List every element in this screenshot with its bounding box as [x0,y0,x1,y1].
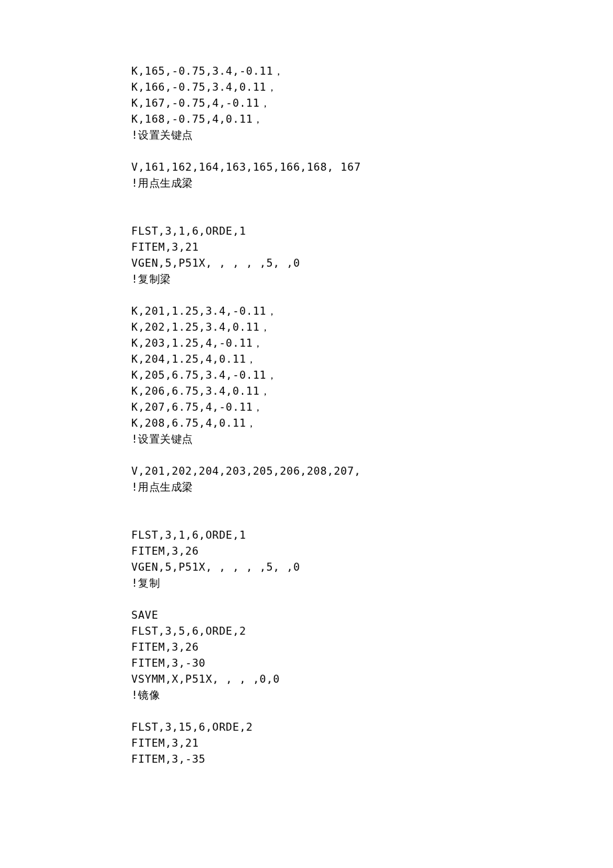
code-line: FITEM,3,21 [131,239,613,255]
code-line: FITEM,3,26 [131,639,613,655]
code-line: V,201,202,204,203,205,206,208,207, [131,463,613,479]
document-page: K,165,-0.75,3.4,-0.11， K,166,-0.75,3.4,0… [0,0,613,868]
code-line: !复制 [131,575,613,591]
code-line [131,143,613,159]
code-line: FITEM,3,21 [131,735,613,751]
code-line: K,206,6.75,3.4,0.11， [131,383,613,399]
code-line [131,591,613,607]
code-line: K,165,-0.75,3.4,-0.11， [131,63,613,79]
code-line: SAVE [131,607,613,623]
code-line [131,703,613,719]
code-line [131,511,613,527]
code-line: FITEM,3,-30 [131,655,613,671]
code-line: FLST,3,1,6,ORDE,1 [131,223,613,239]
code-line: !设置关键点 [131,127,613,143]
code-line: K,205,6.75,3.4,-0.11， [131,367,613,383]
code-line: FLST,3,5,6,ORDE,2 [131,623,613,639]
code-line [131,191,613,207]
code-line: K,166,-0.75,3.4,0.11， [131,79,613,95]
code-line [131,287,613,303]
code-line: !用点生成梁 [131,175,613,191]
code-line [131,207,613,223]
code-line: FITEM,3,26 [131,543,613,559]
code-line: !用点生成梁 [131,479,613,495]
code-line: K,168,-0.75,4,0.11， [131,111,613,127]
code-line: K,201,1.25,3.4,-0.11， [131,303,613,319]
code-line: FITEM,3,-35 [131,751,613,767]
code-line: FLST,3,15,6,ORDE,2 [131,719,613,735]
code-line: FLST,3,1,6,ORDE,1 [131,527,613,543]
code-line: VGEN,5,P51X, , , , ,5, ,0 [131,255,613,271]
code-line: K,208,6.75,4,0.11， [131,415,613,431]
code-line: K,202,1.25,3.4,0.11， [131,319,613,335]
code-line [131,495,613,511]
code-line: !镜像 [131,687,613,703]
code-line: VGEN,5,P51X, , , , ,5, ,0 [131,559,613,575]
code-line: K,207,6.75,4,-0.11， [131,399,613,415]
code-line: VSYMM,X,P51X, , , ,0,0 [131,671,613,687]
code-line: !复制梁 [131,271,613,287]
code-line: K,204,1.25,4,0.11， [131,351,613,367]
code-line: K,203,1.25,4,-0.11， [131,335,613,351]
code-line: !设置关键点 [131,431,613,447]
code-line [131,447,613,463]
code-line: V,161,162,164,163,165,166,168, 167 [131,159,613,175]
code-line: K,167,-0.75,4,-0.11， [131,95,613,111]
